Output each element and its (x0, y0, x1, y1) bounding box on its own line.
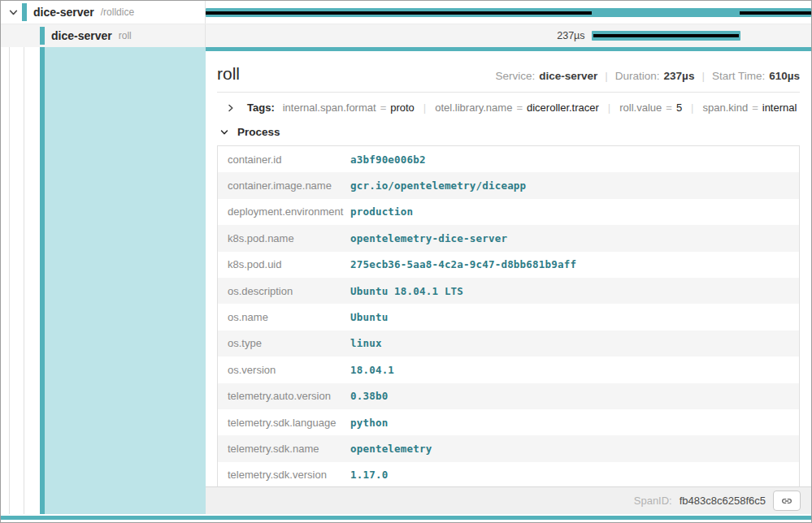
operation-name: roll (119, 30, 132, 41)
span-tree-gutter (1, 47, 206, 514)
indent-guide (24, 47, 24, 514)
start-time-label: Start Time: (712, 70, 765, 82)
tag-equals: = (516, 102, 523, 114)
kv-key: os.name (218, 311, 350, 323)
table-row: os.descriptionUbuntu 18.04.1 LTS (218, 278, 799, 304)
tags-label: Tags: (247, 102, 275, 114)
tag-equals: = (380, 102, 387, 114)
kv-value: opentelemetry-dice-server (350, 232, 507, 244)
process-accordion-header[interactable]: Process (219, 126, 800, 138)
link-icon (780, 495, 793, 508)
process-label: Process (237, 126, 280, 138)
span-detail-header: roll Service: dice-server | Duration: 23… (217, 64, 800, 93)
kv-key: os.type (218, 337, 350, 349)
table-row: k8s.pod.uid275ecb36-5aa8-4c2a-9c47-d8bb6… (218, 252, 799, 278)
table-row: deployment.environmentproduction (218, 199, 799, 225)
kv-key: telemetry.sdk.name (218, 443, 350, 455)
chevron-down-icon[interactable] (219, 127, 230, 138)
tag-key: roll.value (619, 102, 662, 114)
spanid-value: fb483c8c6258f6c5 (680, 495, 766, 507)
kv-key: os.version (218, 364, 350, 376)
table-row: k8s.pod.nameopentelemetry-dice-server (218, 225, 799, 251)
tag-item: otel.library.name = diceroller.tracer (435, 102, 599, 114)
tag-item: internal.span.format = proto (283, 102, 415, 114)
tag-key: internal.span.format (283, 102, 376, 114)
kv-value: Ubuntu (350, 311, 388, 323)
tag-key: otel.library.name (435, 102, 512, 114)
table-row: container.ida3bf90e006b2 (218, 146, 799, 172)
span-name-cell-roll[interactable]: dice-server roll (1, 24, 206, 47)
meta-divider: | (597, 70, 615, 82)
span-detail-panel: roll Service: dice-server | Duration: 23… (206, 47, 811, 514)
kv-value: Ubuntu 18.04.1 LTS (350, 285, 463, 297)
chevron-right-icon[interactable] (225, 102, 237, 114)
tags-accordion-header[interactable]: Tags: internal.span.format = proto | ote… (217, 93, 800, 122)
service-color-strip (22, 3, 27, 21)
tag-divider: | (682, 102, 702, 114)
table-row: os.version18.04.1 (218, 357, 799, 383)
kv-key: deployment.environment (218, 205, 350, 218)
jaeger-trace-view: dice-server /rolldice dice-server roll 2… (0, 0, 812, 523)
tag-value: diceroller.tracer (527, 102, 599, 114)
kv-value: python (350, 417, 388, 429)
kv-key: k8s.pod.uid (218, 258, 350, 270)
table-row: telemetry.sdk.languagepython (218, 409, 799, 435)
tag-divider: | (415, 102, 435, 114)
table-row: telemetry.sdk.version1.17.0 (218, 462, 799, 486)
kv-value: 275ecb36-5aa8-4c2a-9c47-d8bb681b9aff (350, 258, 576, 270)
spanid-label: SpanID: (634, 495, 672, 507)
service-label: Service: (495, 70, 535, 82)
span-bar-stripe (593, 34, 739, 37)
kv-key: container.image.name (218, 179, 350, 192)
table-row: os.nameUbuntu (218, 304, 799, 330)
service-value: dice-server (539, 70, 597, 82)
span-detail-body: roll Service: dice-server | Duration: 23… (206, 51, 811, 486)
start-time-value: 610µs (769, 70, 800, 82)
process-kv-table: container.ida3bf90e006b2 container.image… (217, 145, 800, 486)
kv-value: 0.38b0 (350, 390, 388, 402)
table-row: telemetry.auto.version0.38b0 (218, 383, 799, 409)
kv-value: linux (350, 337, 382, 349)
service-name: dice-server (51, 29, 112, 42)
kv-value: 1.17.0 (350, 469, 388, 481)
meta-divider: | (694, 70, 712, 82)
span-meta: Service: dice-server | Duration: 237µs |… (495, 70, 800, 82)
span-row-rolldice[interactable]: dice-server /rolldice (1, 1, 811, 24)
span-bar-roll[interactable] (592, 31, 740, 41)
span-bar-area-roll[interactable]: 237µs (206, 24, 811, 47)
detail-bottom-border (1, 516, 811, 520)
tag-equals: = (752, 102, 758, 114)
table-row: container.image.namegcr.io/opentelemetry… (218, 172, 799, 198)
indent-guide (9, 47, 10, 514)
tag-item: span.kind = internal (703, 102, 797, 114)
operation-name: /rolldice (101, 6, 134, 18)
kv-key: telemetry.sdk.language (218, 417, 350, 429)
chevron-down-icon[interactable] (7, 6, 19, 18)
kv-key: os.description (218, 285, 350, 297)
tag-divider: | (599, 102, 619, 114)
kv-value: 18.04.1 (350, 364, 394, 376)
tag-value: proto (390, 102, 415, 114)
kv-value: production (350, 205, 413, 218)
duration-value: 237µs (664, 70, 695, 82)
kv-key: k8s.pod.name (218, 232, 350, 244)
copy-link-button[interactable] (773, 491, 801, 511)
child-span-overlay-segment (740, 11, 811, 15)
kv-key: telemetry.sdk.version (218, 469, 350, 481)
kv-value: gcr.io/opentelemetry/diceapp (350, 179, 526, 192)
span-bar-area-rolldice[interactable] (206, 1, 811, 24)
span-duration-label: 237µs (557, 30, 584, 41)
tag-item: roll.value = 5 (619, 102, 682, 114)
kv-key: container.id (218, 153, 350, 166)
span-row-roll[interactable]: dice-server roll 237µs (1, 24, 811, 47)
child-span-overlay-segment (206, 11, 592, 15)
span-name-cell-rolldice[interactable]: dice-server /rolldice (1, 1, 206, 24)
span-title: roll (217, 64, 240, 84)
tag-value: internal (762, 102, 797, 114)
kv-value: opentelemetry (350, 443, 432, 455)
tag-equals: = (666, 102, 672, 114)
selected-span-highlight (45, 47, 206, 514)
duration-label: Duration: (615, 70, 660, 82)
span-detail-footer: SpanID: fb483c8c6258f6c5 (206, 486, 811, 514)
kv-value: a3bf90e006b2 (350, 153, 426, 166)
